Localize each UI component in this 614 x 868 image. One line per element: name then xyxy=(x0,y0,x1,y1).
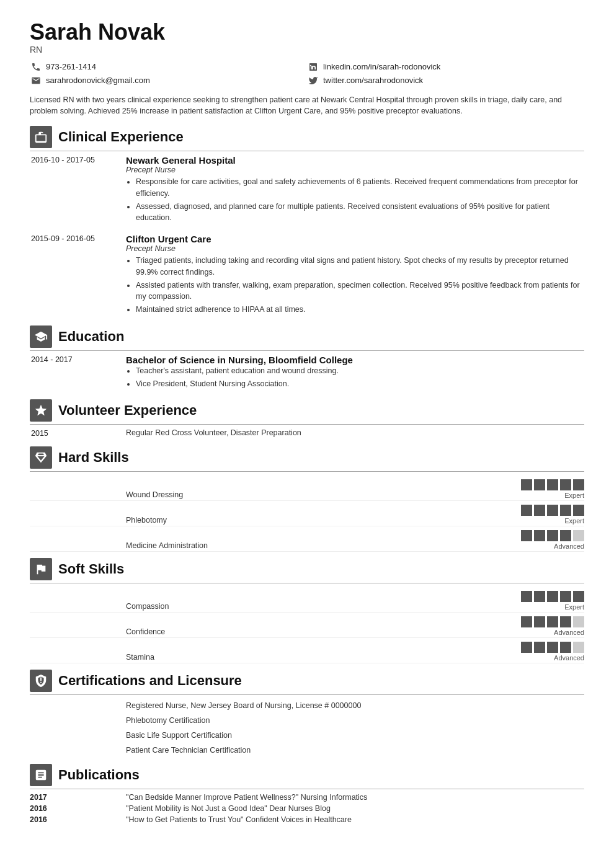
cert-item-4: Patient Care Technician Certification xyxy=(126,743,584,758)
clinical-experience-title: Clinical Experience xyxy=(58,129,184,145)
skill-bars-stamina: Advanced xyxy=(521,642,584,662)
certifications-header: Certifications and Licensure xyxy=(30,670,584,695)
skill-name-stamina: Stamina xyxy=(126,653,521,662)
bar-3 xyxy=(547,591,558,602)
skill-row-confidence: Confidence Advanced xyxy=(30,613,584,638)
skill-bars-wound: Expert xyxy=(521,479,584,499)
cert-list: Registered Nurse, New Jersey Board of Nu… xyxy=(30,699,584,758)
bar-4 xyxy=(560,642,571,653)
bar-1 xyxy=(521,505,532,516)
bullets-2: Triaged patients, including taking and r… xyxy=(126,255,584,316)
twitter-icon xyxy=(307,74,319,87)
skill-level-medicine: Advanced xyxy=(554,542,584,550)
soft-skills-section: Soft Skills Compassion Expert Confidence xyxy=(30,558,584,663)
cert-item-1: Registered Nurse, New Jersey Board of Nu… xyxy=(126,699,584,714)
publications-icon xyxy=(30,764,52,786)
edu-bullet-1-2: Vice President, Student Nursing Associat… xyxy=(136,378,584,390)
pub-text-3: "How to Get Patients to Trust You" Confi… xyxy=(126,815,584,824)
bar-4 xyxy=(560,530,571,541)
candidate-title: RN xyxy=(30,45,584,55)
bar-1 xyxy=(521,530,532,541)
bullet-1-1: Responsible for care activities, goal an… xyxy=(136,176,584,200)
certification-icon xyxy=(30,670,52,692)
skill-row-medicine: Medicine Administration Advanced xyxy=(30,526,584,552)
bar-4 xyxy=(560,505,571,516)
certifications-section: Certifications and Licensure Registered … xyxy=(30,670,584,758)
volunteer-date-1: 2015 xyxy=(30,428,126,438)
edu-bullets-1: Teacher's assistant, patient education a… xyxy=(126,365,584,390)
skill-level-compassion: Expert xyxy=(564,603,584,611)
education-title: Education xyxy=(58,329,124,345)
skill-level-phlebotomy: Expert xyxy=(564,517,584,525)
skill-row-compassion: Compassion Expert xyxy=(30,587,584,613)
bar-5 xyxy=(573,505,584,516)
clinical-experience-section: Clinical Experience 2016-10 - 2017-05 Ne… xyxy=(30,126,584,317)
clinical-experience-header: Clinical Experience xyxy=(30,126,584,151)
phone-contact: 973-261-1414 xyxy=(30,61,307,73)
skill-bars-medicine: Advanced xyxy=(521,530,584,550)
soft-skills-title: Soft Skills xyxy=(58,561,124,577)
bar-2 xyxy=(534,505,545,516)
bar-3 xyxy=(547,616,558,627)
role-1: Precept Nurse xyxy=(126,166,584,174)
skill-name-wound: Wound Dressing xyxy=(126,490,521,499)
bar-2 xyxy=(534,591,545,602)
email-contact: sarahrodonovick@gmail.com xyxy=(30,74,307,87)
bar-5 xyxy=(573,530,584,541)
linkedin-text: linkedin.com/in/sarah-rodonovick xyxy=(323,62,440,71)
bar-2 xyxy=(534,479,545,490)
bar-5 xyxy=(573,616,584,627)
skill-level-stamina: Advanced xyxy=(554,654,584,662)
bar-3 xyxy=(547,479,558,490)
skill-row-phlebotomy: Phlebotomy Expert xyxy=(30,501,584,526)
bar-3 xyxy=(547,642,558,653)
star-icon xyxy=(30,399,52,422)
flag-icon xyxy=(30,558,52,580)
skill-name-medicine: Medicine Administration xyxy=(126,541,521,550)
pub-year-1: 2017 xyxy=(30,793,126,802)
bar-4 xyxy=(560,479,571,490)
bar-1 xyxy=(521,479,532,490)
edu-institution-1: Bachelor of Science in Nursing, Bloomfie… xyxy=(126,355,584,365)
summary-text: Licensed RN with two years clinical expe… xyxy=(30,94,584,118)
volunteer-header: Volunteer Experience xyxy=(30,399,584,425)
skill-name-confidence: Confidence xyxy=(126,627,521,636)
header: Sarah Novak RN 973-261-1414 linkedin.com… xyxy=(30,20,584,117)
bar-2 xyxy=(534,616,545,627)
skill-row-stamina: Stamina Advanced xyxy=(30,638,584,663)
bullets-1: Responsible for care activities, goal an… xyxy=(126,176,584,224)
clinical-entry-1: 2016-10 - 2017-05 Newark General Hospita… xyxy=(30,155,584,225)
volunteer-text-1: Regular Red Cross Volunteer, Disaster Pr… xyxy=(126,428,584,437)
skill-bars-confidence: Advanced xyxy=(521,616,584,636)
education-section: Education 2014 - 2017 Bachelor of Scienc… xyxy=(30,326,584,391)
twitter-contact: twitter.com/sarahrodonovick xyxy=(307,74,584,87)
linkedin-contact: linkedin.com/in/sarah-rodonovick xyxy=(307,61,584,73)
phone-text: 973-261-1414 xyxy=(46,62,96,71)
clinical-date-1: 2016-10 - 2017-05 xyxy=(30,155,126,225)
volunteer-section: Volunteer Experience 2015 Regular Red Cr… xyxy=(30,399,584,438)
pub-year-3: 2016 xyxy=(30,815,126,824)
bar-2 xyxy=(534,530,545,541)
publications-section: Publications 2017 "Can Bedside Manner Im… xyxy=(30,764,584,824)
publications-title: Publications xyxy=(58,767,140,783)
volunteer-title: Volunteer Experience xyxy=(58,402,197,418)
bar-5 xyxy=(573,479,584,490)
skill-bars-phlebotomy: Expert xyxy=(521,505,584,525)
pub-entry-3: 2016 "How to Get Patients to Trust You" … xyxy=(30,815,584,824)
education-date-1: 2014 - 2017 xyxy=(30,355,126,391)
pub-text-1: "Can Bedside Manner Improve Patient Well… xyxy=(126,793,584,802)
pub-text-2: "Patient Mobility is Not Just a Good Ide… xyxy=(126,804,584,813)
skill-name-phlebotomy: Phlebotomy xyxy=(126,516,521,525)
briefcase-icon xyxy=(30,126,52,148)
bullet-2-3: Maintained strict adherence to HIPAA at … xyxy=(136,304,584,316)
hard-skills-title: Hard Skills xyxy=(58,450,129,466)
linkedin-icon xyxy=(307,61,319,73)
skill-name-compassion: Compassion xyxy=(126,602,521,611)
hard-skills-header: Hard Skills xyxy=(30,446,584,472)
bar-1 xyxy=(521,616,532,627)
bullet-2-2: Assisted patients with transfer, walking… xyxy=(136,280,584,303)
bar-3 xyxy=(547,530,558,541)
phone-icon xyxy=(30,61,42,73)
clinical-date-2: 2015-09 - 2016-05 xyxy=(30,234,126,317)
role-2: Precept Nurse xyxy=(126,244,584,253)
